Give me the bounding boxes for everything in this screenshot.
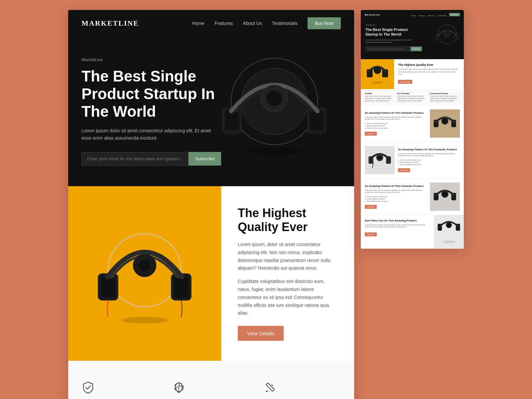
svg-point-31 [443, 119, 447, 123]
small-feature-durable-title: Durable [365, 92, 395, 94]
small-nav-home[interactable]: Home [412, 12, 416, 18]
check-icon: ● [365, 198, 366, 200]
small-quality-section: The Highest Quality Ever Lorem ipsum, do… [361, 59, 464, 89]
small-product-feature-2a: ● Amet consectetur adipiscing elit [398, 159, 460, 161]
buy-now-button[interactable]: Buy Now [308, 17, 341, 29]
small-nav-features[interactable]: Features [419, 12, 425, 18]
small-feature-durable: Durable Lorem ipsum, dolor sit amet cons… [365, 92, 395, 102]
small-dont-miss-image [434, 215, 464, 248]
svg-point-7 [266, 90, 283, 106]
small-email-input[interactable] [365, 47, 411, 51]
quality-section: The Highest Quality Ever Lorem ipsum, do… [68, 186, 354, 361]
quality-image [68, 186, 221, 361]
shield-icon [81, 381, 95, 394]
small-feature-design-text: Lorem ipsum, dolor sit amet consectetur … [430, 95, 460, 102]
feature-eco: Eco-Friendly Lorem ipsum, dolor sit amet… [172, 381, 250, 399]
small-product-feature-2c: ● Alias dolos delectorus accountur [398, 164, 460, 166]
check-icon: ● [365, 125, 366, 127]
quality-text-2: Cupiditate voluptatibus sint distinctio … [238, 278, 337, 317]
small-product-image-3 [430, 183, 460, 211]
small-feature-design: Convenient Design Lorem ipsum, dolor sit… [430, 92, 460, 102]
small-product-image-1 [430, 109, 460, 138]
check-icon: ● [365, 200, 366, 202]
main-panel: MarketLine Home Features About Us Testim… [68, 10, 354, 399]
small-buy-button-3[interactable]: Buy Now [365, 205, 377, 209]
nav-item-home[interactable]: Home [192, 20, 204, 26]
small-product-feature-3c: ● Alias dolos delectorus accountur [365, 200, 427, 202]
small-hero-headphone [432, 21, 462, 52]
small-product-feature-1b: ● Quidem dignissim provident [365, 125, 427, 127]
small-product-title-2: An Amazing Feature Of This Fantastic Pro… [398, 148, 460, 151]
small-product-section-3: An Amazing Feature Of This Fantastic Pro… [361, 179, 464, 215]
navbar: MarketLine Home Features About Us Testim… [68, 10, 354, 37]
svg-rect-13 [174, 276, 189, 298]
small-product-content-3: An Amazing Feature Of This Fantastic Pro… [365, 185, 427, 209]
small-product-text-3: Lorem ipsum dolor sit amet consectetur a… [365, 190, 427, 194]
hero-form: Subscribe [81, 152, 221, 166]
svg-point-40 [443, 192, 447, 196]
svg-line-36 [372, 163, 373, 168]
small-product-feature-3a: ● Amet consectetur adipiscing elit [365, 196, 427, 198]
small-product-text-1: Lorem ipsum dolor sit amet consectetur a… [365, 116, 427, 121]
small-features-section: Durable Lorem ipsum, dolor sit amet cons… [361, 89, 464, 105]
hero-brand: MarketLine [81, 57, 221, 62]
view-details-button[interactable]: View Details [238, 326, 284, 341]
small-dont-miss-title: Don't Miss Out On This Amazing Product [365, 219, 430, 222]
small-product-feature-3b: ● Quidem dignissim provident [365, 198, 427, 200]
small-hero-title: The Best Single Product Startup In The W… [365, 27, 412, 37]
small-hero: MarketLine The Best Single Product Start… [361, 19, 464, 59]
small-nav-about[interactable]: About Us [428, 12, 435, 18]
leaf-icon [172, 381, 186, 394]
small-dont-miss-content: Don't Miss Out On This Amazing Product L… [361, 215, 434, 248]
nav-logo: MarketLine [81, 19, 139, 28]
small-quality-text: Lorem ipsum, dolor sit amet consectetur … [398, 68, 460, 76]
check-icon: ● [398, 162, 399, 163]
small-product-feature-2b: ● Quidem dignissim provident [398, 162, 460, 163]
nav-item-testimonials[interactable]: Testimonials [272, 20, 298, 26]
small-product-feature-1c: ● Alias dolos delectorus accountur [365, 127, 427, 129]
quality-title: The Highest Quality Ever [238, 206, 337, 234]
small-buy-button-1[interactable]: Buy Now [365, 132, 377, 136]
small-feature-eco-text: Lorem ipsum, dolor sit amet consectetur … [397, 95, 427, 102]
small-product-title-3: An Amazing Feature Of This Fantastic Pro… [365, 185, 427, 188]
small-feature-durable-text: Lorem ipsum, dolor sit amet consectetur … [365, 95, 395, 102]
feature-design: Convenient Design Lorem ipsum, dolor sit… [263, 381, 341, 399]
small-nav-links: Home Features About Us Testimonials [412, 12, 447, 18]
quality-content: The Highest Quality Ever Lorem ipsum, do… [221, 186, 354, 361]
small-product-section-2: An Amazing Feature Of This Fantastic Pro… [361, 142, 464, 179]
svg-line-19 [271, 384, 273, 386]
hero-description: Lorem ipsum dolor sit amet consectetur a… [81, 127, 221, 142]
quality-text-1: Lorem ipsum, dolor sit amet consectetur … [238, 241, 337, 272]
svg-point-35 [378, 156, 381, 159]
check-icon: ● [398, 164, 399, 166]
subscribe-button[interactable]: Subscribe [189, 152, 221, 166]
check-icon: ● [365, 127, 366, 129]
features-section: Durable Lorem ipsum, dolor sit amet cons… [68, 361, 354, 399]
svg-rect-5 [310, 111, 324, 130]
small-feature-eco: Eco-Friendly Lorem ipsum, dolor sit amet… [397, 92, 427, 102]
small-view-details-button[interactable]: View Details [398, 80, 412, 84]
small-subscribe-button[interactable]: Subscribe [411, 47, 422, 51]
svg-point-23 [444, 30, 451, 37]
small-feature-eco-title: Eco-Friendly [397, 92, 427, 94]
small-nav-testimonials[interactable]: Testimonials [437, 12, 447, 18]
small-hero-form: Subscribe [365, 47, 422, 51]
small-buy-now-button[interactable]: Buy Now [449, 13, 460, 16]
small-product-content-2: An Amazing Feature Of This Fantastic Pro… [398, 148, 460, 172]
small-dont-miss-text: Lorem ipsum dolor sit amet consectetur a… [365, 224, 430, 229]
small-panel: MarketLine Home Features About Us Testim… [361, 10, 464, 249]
small-hero-desc: Lorem ipsum dolor sit amet consectetur a… [365, 39, 415, 44]
svg-point-15 [138, 259, 151, 272]
small-buy-button-2[interactable]: Buy Now [398, 168, 410, 172]
small-product-text-2: Lorem ipsum dolor sit amet consectetur a… [398, 153, 460, 158]
nav-item-about[interactable]: About Us [243, 20, 262, 26]
hero-title: The Best Single Product Startup In The W… [81, 67, 221, 120]
small-quality-content: The Highest Quality Ever Lorem ipsum, do… [394, 59, 464, 89]
small-dont-miss-button[interactable]: Buy Now [365, 232, 377, 236]
nav-item-features[interactable]: Features [214, 20, 233, 26]
svg-point-26 [374, 66, 381, 74]
small-product-feature-1a: ● Amet consectetur adipiscing elit [365, 123, 427, 124]
email-input[interactable] [81, 152, 189, 166]
small-quality-title: The Highest Quality Ever [398, 63, 460, 66]
svg-point-16 [121, 317, 168, 324]
